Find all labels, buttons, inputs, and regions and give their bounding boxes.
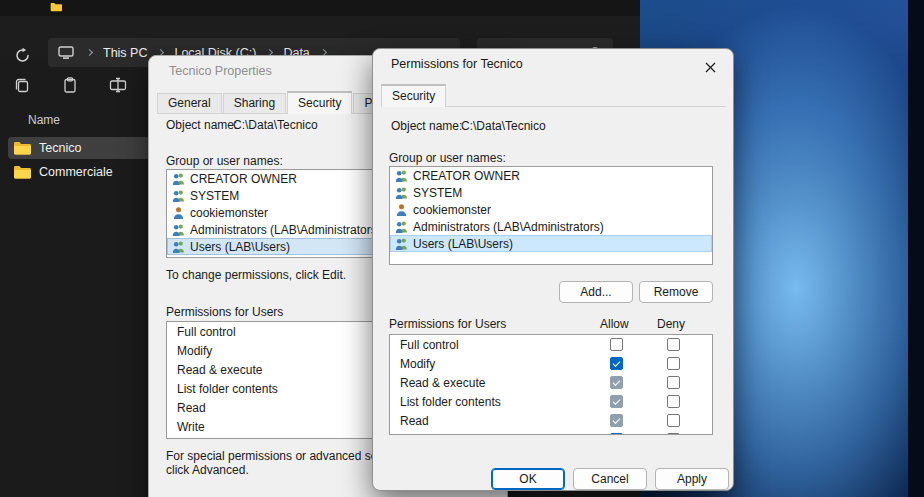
allow-checkbox[interactable]: [610, 357, 623, 370]
add-button[interactable]: Add...: [559, 281, 633, 303]
remove-button[interactable]: Remove: [639, 281, 713, 303]
tab-security[interactable]: Security: [287, 91, 352, 114]
group-name: CREATOR OWNER: [190, 172, 297, 186]
tab-folder-icon: [50, 2, 62, 12]
deny-checkbox[interactable]: [667, 414, 680, 427]
ok-button[interactable]: OK: [491, 468, 565, 490]
group-name: CREATOR OWNER: [413, 169, 520, 183]
group-icon: [395, 220, 408, 233]
object-name-label: Object name:: [166, 118, 237, 132]
group-name: SYSTEM: [190, 189, 239, 203]
rename-icon: [109, 76, 127, 94]
copy-button[interactable]: [9, 72, 35, 98]
group-user-names-label: Group or user names:: [166, 154, 283, 168]
paste-icon: [61, 76, 79, 94]
group-user-names-label: Group or user names:: [389, 151, 506, 165]
allow-checkbox[interactable]: [610, 376, 623, 389]
file-row-tecnico[interactable]: Tecnico: [8, 137, 170, 159]
permission-row: List folder contents: [390, 392, 712, 411]
permissions-for-users-label: Permissions for Users: [166, 305, 283, 319]
deny-checkbox[interactable]: [667, 433, 680, 435]
permissions-checkbox-list: Full control Modify Read & execute List …: [389, 334, 713, 435]
file-row-commerciale[interactable]: Commerciale: [8, 161, 170, 183]
group-icon: [172, 240, 185, 253]
group-icon: [172, 189, 185, 202]
object-name-value: C:\Data\Tecnico: [233, 118, 318, 132]
permission-row: Write: [390, 430, 712, 435]
refresh-button[interactable]: [11, 44, 33, 66]
close-button[interactable]: [695, 55, 725, 79]
group-name: Administrators (LAB\Administrators): [190, 223, 381, 237]
breadcrumb-item-this-pc[interactable]: This PC: [101, 46, 149, 60]
permission-label: Modify: [400, 357, 435, 371]
group-list-item[interactable]: SYSTEM: [390, 184, 712, 201]
user-icon: [172, 206, 185, 219]
copy-icon: [13, 76, 31, 94]
deny-checkbox[interactable]: [667, 338, 680, 351]
tab-general[interactable]: General: [157, 93, 222, 113]
deny-checkbox[interactable]: [667, 395, 680, 408]
group-list-item[interactable]: Administrators (LAB\Administrators): [390, 218, 712, 235]
deny-checkbox[interactable]: [667, 376, 680, 389]
user-icon: [395, 203, 408, 216]
object-name-value: C:\Data\Tecnico: [461, 119, 546, 133]
refresh-icon: [14, 47, 31, 64]
tab-security[interactable]: Security: [381, 84, 446, 107]
dialog-title: Tecnico Properties: [169, 64, 272, 78]
permission-row: Read & execute: [390, 373, 712, 392]
permissions-dialog: Permissions for Tecnico Security Object …: [372, 48, 734, 491]
paste-button[interactable]: [57, 72, 83, 98]
group-name: Administrators (LAB\Administrators): [413, 220, 604, 234]
group-icon: [395, 169, 408, 182]
group-name: Users (LAB\Users): [190, 240, 290, 254]
column-header-name[interactable]: Name: [28, 113, 148, 131]
group-list-item[interactable]: CREATOR OWNER: [390, 167, 712, 184]
explorer-tab-bar: [0, 0, 640, 16]
permissions-for-users-label: Permissions for Users: [389, 317, 506, 331]
rename-button[interactable]: [105, 72, 131, 98]
group-name: cookiemonster: [190, 206, 268, 220]
group-list: CREATOR OWNER SYSTEM cookiemonster Admin…: [389, 166, 713, 265]
folder-name: Commerciale: [39, 165, 113, 179]
folder-icon: [13, 165, 31, 179]
folder-icon: [13, 141, 31, 155]
permission-label: Read: [400, 414, 429, 428]
object-name-label: Object name:: [391, 119, 462, 133]
edit-hint-text: To change permissions, click Edit.: [166, 268, 346, 282]
group-name: cookiemonster: [413, 203, 491, 217]
permission-row: Full control: [390, 335, 712, 354]
allow-checkbox[interactable]: [610, 338, 623, 351]
chevron-right-icon: [86, 49, 93, 56]
cancel-button[interactable]: Cancel: [573, 468, 647, 490]
group-icon: [172, 223, 185, 236]
allow-checkbox[interactable]: [610, 414, 623, 427]
allow-column-header: Allow: [600, 317, 629, 331]
permission-label: Full control: [400, 338, 459, 352]
permission-label: Read & execute: [400, 376, 485, 390]
group-list-item-selected[interactable]: Users (LAB\Users): [390, 235, 712, 252]
apply-button[interactable]: Apply: [655, 468, 729, 490]
group-name: Users (LAB\Users): [413, 237, 513, 251]
group-icon: [395, 186, 408, 199]
permission-label: Write: [400, 433, 428, 436]
allow-checkbox[interactable]: [610, 433, 623, 435]
advanced-hint-line2: click Advanced.: [166, 463, 249, 477]
permission-label: List folder contents: [400, 395, 501, 409]
permissions-tabstrip: Security: [381, 87, 725, 107]
group-icon: [172, 172, 185, 185]
permission-row: Read: [390, 411, 712, 430]
tab-sharing[interactable]: Sharing: [223, 93, 286, 113]
close-icon: [705, 62, 716, 73]
group-list-item[interactable]: cookiemonster: [390, 201, 712, 218]
deny-column-header: Deny: [657, 317, 685, 331]
allow-checkbox[interactable]: [610, 395, 623, 408]
folder-name: Tecnico: [39, 141, 81, 155]
dialog-title: Permissions for Tecnico: [391, 57, 523, 71]
desktop: { "explorer": { "breadcrumb": { "items":…: [0, 0, 924, 497]
permission-row: Modify: [390, 354, 712, 373]
group-icon: [395, 237, 408, 250]
group-name: SYSTEM: [413, 186, 462, 200]
this-pc-icon: [58, 46, 74, 60]
deny-checkbox[interactable]: [667, 357, 680, 370]
